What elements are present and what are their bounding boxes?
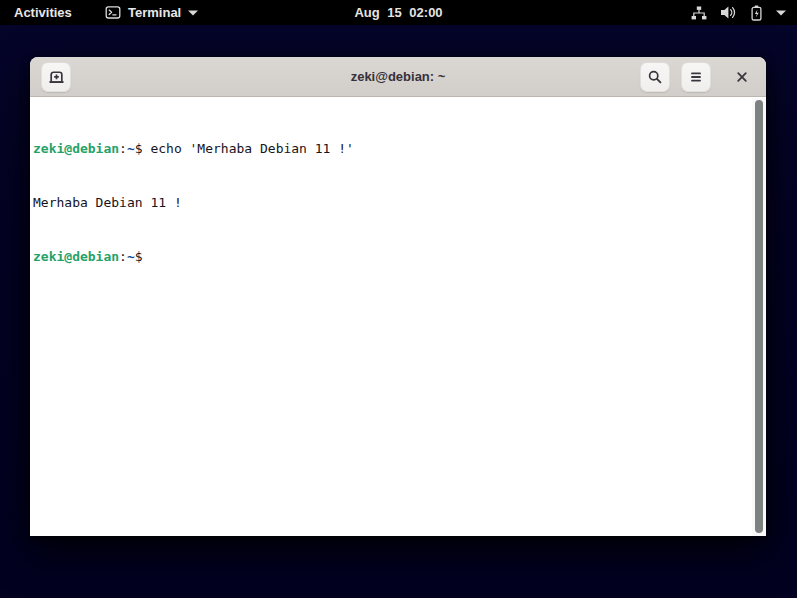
terminal-app-icon: [105, 5, 121, 20]
app-menu-label: Terminal: [128, 5, 181, 20]
command-text: echo 'Merhaba Debian 11 !': [150, 141, 354, 156]
battery-charging-icon: [750, 5, 763, 21]
output-text: Merhaba Debian 11 !: [33, 195, 182, 210]
scrollbar-thumb[interactable]: [755, 100, 763, 533]
hamburger-icon: [689, 70, 703, 84]
volume-icon: [720, 5, 737, 20]
menu-button[interactable]: [681, 62, 711, 92]
top-bar: Activities Terminal Aug 15 02:00: [0, 0, 797, 25]
scrollbar[interactable]: [752, 98, 766, 536]
header-bar: zeki@debian: ~: [30, 57, 766, 97]
search-button[interactable]: [640, 62, 670, 92]
prompt-dollar: $: [135, 141, 151, 156]
terminal-line: Merhaba Debian 11 !: [33, 194, 750, 212]
prompt-colon: :: [119, 249, 127, 264]
close-icon: [735, 70, 749, 84]
prompt-dollar: $: [135, 249, 151, 264]
clock[interactable]: Aug 15 02:00: [354, 0, 442, 25]
terminal-window: zeki@debian: ~: [30, 57, 766, 536]
terminal-line: zeki@debian:~$ echo 'Merhaba Debian 11 !…: [33, 140, 750, 158]
terminal-screen[interactable]: zeki@debian:~$ echo 'Merhaba Debian 11 !…: [30, 97, 766, 536]
chevron-down-icon: [188, 10, 198, 16]
window-title: zeki@debian: ~: [351, 69, 446, 84]
prompt-colon: :: [119, 141, 127, 156]
prompt-path: ~: [127, 141, 135, 156]
activities-button[interactable]: Activities: [14, 5, 72, 20]
search-icon: [647, 69, 663, 85]
prompt-path: ~: [127, 249, 135, 264]
terminal-line: zeki@debian:~$: [33, 248, 750, 266]
network-wired-icon: [691, 6, 707, 20]
tab-new-icon: [48, 68, 65, 85]
system-status-area[interactable]: [691, 0, 786, 25]
prompt-user: zeki@debian: [33, 141, 119, 156]
new-tab-button[interactable]: [41, 62, 71, 92]
prompt-user: zeki@debian: [33, 249, 119, 264]
app-menu-button[interactable]: Terminal: [105, 0, 198, 25]
chevron-down-icon: [776, 10, 786, 16]
close-button[interactable]: [727, 62, 757, 92]
